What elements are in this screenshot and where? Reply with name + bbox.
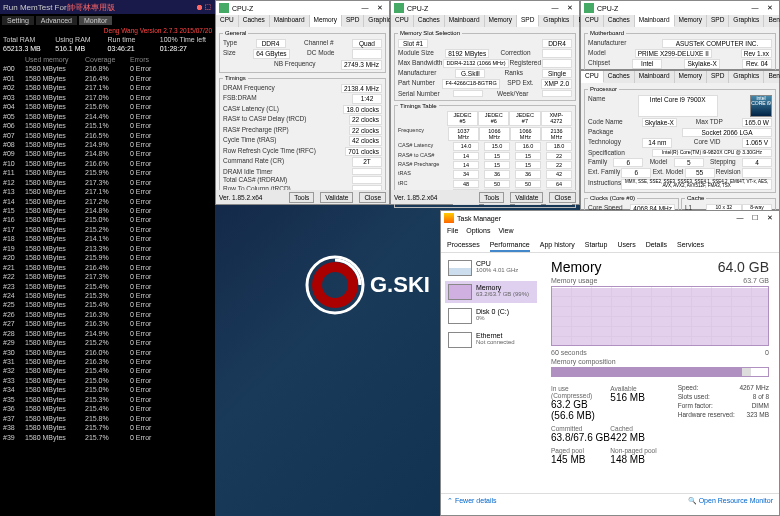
close-icon[interactable]: ✕	[564, 4, 576, 12]
tab-services[interactable]: Services	[677, 239, 704, 252]
validate-button[interactable]: Validate	[320, 192, 353, 203]
tab-bench[interactable]: Bench	[764, 15, 780, 27]
tab-memory[interactable]: Memory	[675, 15, 707, 27]
memtest-table: Used memoryCoverageErrors #001580 MBytes…	[0, 55, 215, 442]
table-row: #101580 MBytes216.6%0 Error	[3, 159, 212, 168]
tab-graphics[interactable]: Graphics	[729, 15, 764, 27]
tab-mainboard[interactable]: Mainboard	[445, 15, 485, 27]
close-button[interactable]: Close	[359, 192, 386, 203]
tab-bench[interactable]: Bench	[764, 71, 780, 83]
menu-view[interactable]: View	[498, 227, 513, 234]
model: 5	[674, 158, 704, 167]
spec: Intel(R) Core(TM) i9-9820X CPU @ 3.30GHz	[652, 149, 772, 157]
dc-mode	[352, 49, 382, 59]
table-row: #191580 MBytes213.3%0 Error	[3, 244, 212, 253]
minimize-icon[interactable]: —	[734, 214, 746, 222]
memory-usage-graph	[551, 286, 769, 346]
tab-performance[interactable]: Performance	[490, 239, 530, 252]
minimize-icon[interactable]: —	[749, 4, 761, 12]
menu-file[interactable]: File	[447, 227, 458, 234]
core-vid: 1.065 V	[742, 138, 772, 147]
cpuz4-tabs: CPUCachesMainboardMemorySPDGraphicsBench…	[581, 71, 779, 83]
close-icon[interactable]: ✕	[764, 214, 776, 222]
menu-options[interactable]: Options	[466, 227, 490, 234]
maximize-icon[interactable]: ☐	[749, 214, 761, 222]
sidebar-item-cpu[interactable]: CPU100% 4.01 GHz	[445, 257, 537, 279]
tab-startup[interactable]: Startup	[585, 239, 608, 252]
mb-rev: Rev 1.xx	[741, 49, 772, 58]
tab-caches[interactable]: Caches	[604, 15, 635, 27]
close-button[interactable]: Close	[549, 192, 576, 203]
sidebar-item-disk[interactable]: Disk 0 (C:)0%	[445, 305, 537, 327]
tech: 14 nm	[642, 138, 672, 147]
tab-cpu[interactable]: CPU	[581, 15, 604, 27]
slot-select[interactable]: Slot #1	[398, 39, 428, 48]
stepping: 4	[742, 158, 772, 167]
tab-spd[interactable]: SPD	[517, 15, 539, 27]
tools-button[interactable]: Tools	[289, 192, 314, 203]
table-row: #011580 MBytes216.4%0 Error	[3, 74, 212, 83]
validate-button[interactable]: Validate	[510, 192, 543, 203]
mem-channel: Quad	[352, 39, 382, 49]
tab-caches[interactable]: Caches	[414, 15, 445, 27]
tab-graphics[interactable]: Graphics	[729, 71, 764, 83]
cpuz3-tabs: CPUCachesMainboardMemorySPDGraphicsBench…	[581, 15, 779, 27]
tab-memory[interactable]: Memory	[675, 71, 707, 83]
tab-app-history[interactable]: App history	[540, 239, 575, 252]
sidebar-item-memory[interactable]: Memory63.2/63.7 GB (99%)	[445, 281, 537, 303]
memory-thumb-icon	[448, 284, 472, 300]
family: 6	[613, 158, 643, 167]
serial	[453, 90, 483, 97]
sidebar-item-ethernet[interactable]: EthernetNot connected	[445, 329, 537, 351]
tab-mainboard[interactable]: Mainboard	[270, 15, 310, 27]
avail-value: 516 MB	[610, 392, 669, 403]
tab-users[interactable]: Users	[617, 239, 635, 252]
cpu-name: Intel Core i9 7900X	[638, 95, 718, 117]
window-title: CPU-Z	[232, 5, 253, 12]
tab-cpu[interactable]: CPU	[391, 15, 414, 27]
dram-freq: 2138.4 MHz	[341, 84, 382, 93]
tab-memory[interactable]: Memory	[485, 15, 517, 27]
tab-setting[interactable]: Setting	[2, 16, 34, 25]
tab-monitor[interactable]: Monitor	[79, 16, 112, 25]
nonpaged-value: 148 MB	[610, 454, 669, 465]
tab-spd[interactable]: SPD	[707, 15, 729, 27]
close-icon[interactable]: ✕	[374, 4, 386, 12]
open-resource-monitor-link[interactable]: 🔍 Open Resource Monitor	[688, 497, 773, 505]
table-row: #291580 MBytes215.2%0 Error	[3, 338, 212, 347]
tools-button[interactable]: Tools	[479, 192, 504, 203]
svg-text:G.SKI: G.SKI	[370, 272, 430, 297]
tab-cpu[interactable]: CPU	[216, 15, 239, 27]
tab-processes[interactable]: Processes	[447, 239, 480, 252]
tab-spd[interactable]: SPD	[707, 71, 729, 83]
close-icon[interactable]: ✕	[764, 4, 776, 12]
tab-mainboard[interactable]: Mainboard	[635, 71, 675, 83]
total-memory: 64.0 GB	[718, 259, 769, 275]
chipset2: Skylake-X	[684, 59, 719, 68]
fewer-details-link[interactable]: ⌃ Fewer details	[447, 497, 497, 505]
table-row: #261580 MBytes216.3%0 Error	[3, 310, 212, 319]
tab-advanced[interactable]: Advanced	[36, 16, 77, 25]
minimize-icon[interactable]: —	[549, 4, 561, 12]
tab-caches[interactable]: Caches	[239, 15, 270, 27]
revision	[742, 168, 772, 177]
tab-details[interactable]: Details	[646, 239, 667, 252]
tab-cpu[interactable]: CPU	[581, 71, 604, 83]
record-icon[interactable]: ⏺⬚	[196, 3, 212, 12]
package: Socket 2066 LGA	[682, 128, 772, 137]
tab-spd[interactable]: SPD	[342, 15, 364, 27]
tab-memory[interactable]: Memory	[310, 15, 342, 27]
table-row: #141580 MBytes217.2%0 Error	[3, 197, 212, 206]
minimize-icon[interactable]: —	[359, 4, 371, 12]
stat-label: Cached	[610, 425, 669, 432]
window-title: CPU-Z	[407, 5, 428, 12]
table-row: #321580 MBytes215.4%0 Error	[3, 366, 212, 375]
cpuz2-tabs: CPUCachesMainboardMemorySPDGraphicsBench…	[391, 15, 579, 27]
stat-label: Non-paged pool	[610, 447, 669, 454]
tab-graphics[interactable]: Graphics	[539, 15, 574, 27]
commit-value: 63.8/67.6 GB	[551, 432, 610, 443]
tab-caches[interactable]: Caches	[604, 71, 635, 83]
memtest-window: Run MemTest For 帥哥林專用版 ⏺⬚ Setting Advanc…	[0, 0, 215, 516]
tab-mainboard[interactable]: Mainboard	[635, 15, 675, 27]
table-row: RAS# to CAS#14151522	[398, 151, 572, 160]
